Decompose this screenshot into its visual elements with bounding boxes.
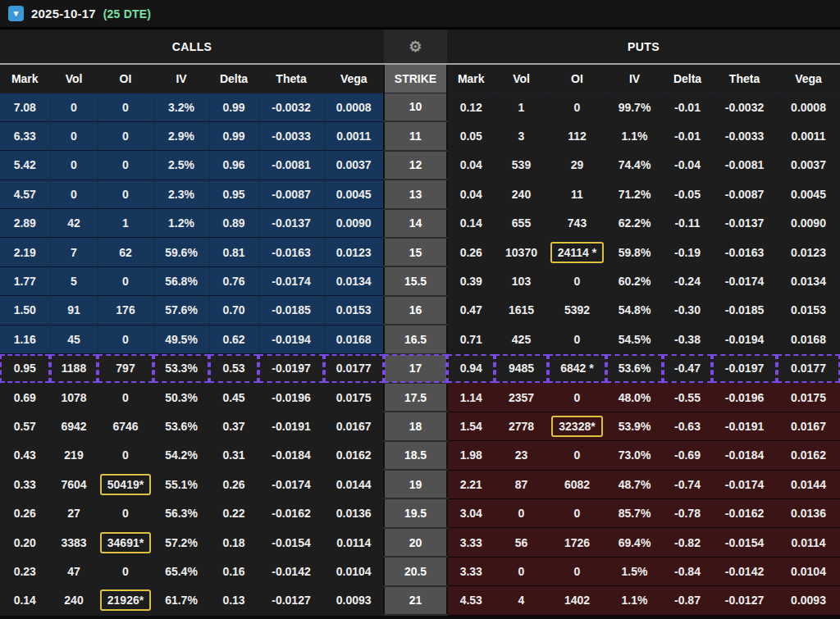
- strike-cell[interactable]: 19: [384, 470, 447, 498]
- put-iv-cell[interactable]: 85.7%: [606, 498, 663, 527]
- call-oi-cell[interactable]: 50419*: [98, 470, 153, 498]
- call-mark-cell[interactable]: 0.33: [0, 470, 50, 498]
- call-mark-cell[interactable]: 0.26: [0, 498, 50, 527]
- call-mark-cell[interactable]: 1.16: [0, 325, 50, 353]
- put-delta-cell[interactable]: -0.05: [663, 180, 712, 208]
- call-iv-cell[interactable]: 57.6%: [153, 296, 209, 325]
- strike-cell[interactable]: 20.5: [384, 557, 447, 585]
- put-oi-cell[interactable]: 11: [548, 180, 606, 208]
- call-mark-cell[interactable]: 2.19: [0, 238, 50, 266]
- call-vega-cell[interactable]: 0.0144: [324, 470, 384, 498]
- call-delta-cell[interactable]: 0.89: [209, 209, 258, 238]
- call-vol-cell[interactable]: 3383: [50, 528, 98, 557]
- put-vega-cell[interactable]: 0.0162: [777, 441, 840, 470]
- call-mark-cell[interactable]: 1.50: [0, 296, 50, 325]
- call-oi-cell[interactable]: 0: [98, 498, 153, 527]
- put-delta-cell[interactable]: -0.74: [663, 470, 712, 498]
- put-theta-cell[interactable]: -0.0184: [712, 441, 777, 470]
- put-vega-cell[interactable]: 0.0134: [777, 266, 840, 295]
- call-theta-cell[interactable]: -0.0142: [258, 557, 324, 585]
- call-mark-cell[interactable]: 0.95: [0, 354, 50, 383]
- put-delta-cell[interactable]: -0.01: [663, 93, 712, 121]
- call-vega-cell[interactable]: 0.0167: [324, 412, 384, 440]
- call-vega-cell[interactable]: 0.0114: [324, 528, 384, 557]
- call-oi-cell[interactable]: 0: [98, 151, 153, 180]
- put-vol-cell[interactable]: 9485: [495, 354, 548, 383]
- collapse-toggle-button[interactable]: ▼: [8, 6, 24, 21]
- call-oi-cell[interactable]: 0: [98, 557, 153, 585]
- call-vol-cell[interactable]: 6942: [50, 412, 98, 440]
- put-vega-cell[interactable]: 0.0136: [777, 498, 840, 527]
- call-vega-cell[interactable]: 0.0104: [324, 557, 384, 585]
- put-delta-cell[interactable]: -0.01: [663, 121, 712, 150]
- call-iv-cell[interactable]: 57.2%: [153, 528, 209, 557]
- call-vol-cell[interactable]: 5: [50, 266, 98, 295]
- call-oi-cell[interactable]: 797: [98, 354, 153, 383]
- call-vol-cell[interactable]: 27: [50, 498, 98, 527]
- put-theta-cell[interactable]: -0.0142: [712, 557, 777, 585]
- put-vega-cell[interactable]: 0.0153: [777, 296, 840, 325]
- call-delta-cell[interactable]: 0.96: [209, 151, 258, 180]
- put-oi-cell[interactable]: 32328*: [548, 412, 606, 440]
- call-theta-cell[interactable]: -0.0174: [258, 470, 324, 498]
- put-vega-cell[interactable]: 0.0090: [777, 209, 840, 238]
- put-oi-cell[interactable]: 1402: [548, 586, 606, 615]
- put-delta-cell[interactable]: -0.78: [663, 498, 712, 527]
- expiration-header[interactable]: ▼ 2025-10-17 (25 DTE): [0, 0, 840, 30]
- put-iv-cell[interactable]: 69.4%: [606, 528, 663, 557]
- call-vol-cell[interactable]: 7604: [50, 470, 98, 498]
- put-delta-cell[interactable]: -0.63: [663, 412, 712, 440]
- put-iv-cell[interactable]: 1.1%: [606, 121, 663, 150]
- call-vol-cell[interactable]: 0: [50, 93, 98, 121]
- put-vega-cell[interactable]: 0.0114: [777, 528, 840, 557]
- put-vol-cell[interactable]: 539: [495, 151, 548, 180]
- call-oi-cell[interactable]: 176: [98, 296, 153, 325]
- call-oi-cell[interactable]: 21926*: [98, 586, 153, 615]
- put-vol-cell[interactable]: 1615: [495, 296, 548, 325]
- put-theta-cell[interactable]: -0.0087: [712, 180, 777, 208]
- put-oi-cell[interactable]: 29: [548, 151, 606, 180]
- put-theta-cell[interactable]: -0.0174: [712, 266, 777, 295]
- call-oi-cell[interactable]: 0: [98, 93, 153, 121]
- call-vega-cell[interactable]: 0.0153: [324, 296, 384, 325]
- call-vol-cell[interactable]: 219: [50, 441, 98, 470]
- put-iv-cell[interactable]: 54.8%: [606, 296, 663, 325]
- put-iv-cell[interactable]: 73.0%: [606, 441, 663, 470]
- call-vega-cell[interactable]: 0.0123: [324, 238, 384, 266]
- call-delta-cell[interactable]: 0.99: [209, 93, 258, 121]
- put-delta-cell[interactable]: -0.69: [663, 441, 712, 470]
- put-theta-cell[interactable]: -0.0194: [712, 325, 777, 353]
- put-vol-cell[interactable]: 2778: [495, 412, 548, 440]
- strike-cell[interactable]: 19.5: [384, 498, 447, 527]
- put-vol-cell[interactable]: 4: [495, 586, 548, 615]
- call-vega-cell[interactable]: 0.0177: [324, 354, 384, 383]
- call-theta-cell[interactable]: -0.0032: [258, 93, 324, 121]
- call-oi-cell[interactable]: 1: [98, 209, 153, 238]
- call-iv-cell[interactable]: 55.1%: [153, 470, 209, 498]
- call-oi-cell[interactable]: 0: [98, 441, 153, 470]
- put-theta-cell[interactable]: -0.0174: [712, 470, 777, 498]
- strike-cell[interactable]: 20: [384, 528, 447, 557]
- call-vega-cell[interactable]: 0.0162: [324, 441, 384, 470]
- call-vol-cell[interactable]: 1188: [50, 354, 98, 383]
- call-delta-cell[interactable]: 0.37: [209, 412, 258, 440]
- put-mark-cell[interactable]: 0.94: [447, 354, 495, 383]
- call-mark-cell[interactable]: 0.20: [0, 528, 50, 557]
- call-vega-cell[interactable]: 0.0008: [324, 93, 384, 121]
- put-iv-cell[interactable]: 48.0%: [606, 383, 663, 412]
- put-vega-cell[interactable]: 0.0167: [777, 412, 840, 440]
- call-iv-cell[interactable]: 50.3%: [153, 383, 209, 412]
- put-theta-cell[interactable]: -0.0137: [712, 209, 777, 238]
- call-vega-cell[interactable]: 0.0011: [324, 121, 384, 150]
- put-vol-cell[interactable]: 10370: [495, 238, 548, 266]
- call-iv-cell[interactable]: 3.2%: [153, 93, 209, 121]
- put-oi-cell[interactable]: 0: [548, 441, 606, 470]
- call-mark-cell[interactable]: 4.57: [0, 180, 50, 208]
- call-mark-cell[interactable]: 6.33: [0, 121, 50, 150]
- call-iv-cell[interactable]: 61.7%: [153, 586, 209, 615]
- call-vega-cell[interactable]: 0.0093: [324, 586, 384, 615]
- put-vol-cell[interactable]: 56: [495, 528, 548, 557]
- call-vol-cell[interactable]: 45: [50, 325, 98, 353]
- call-vol-cell[interactable]: 7: [50, 238, 98, 266]
- strike-cell[interactable]: 11: [384, 121, 447, 150]
